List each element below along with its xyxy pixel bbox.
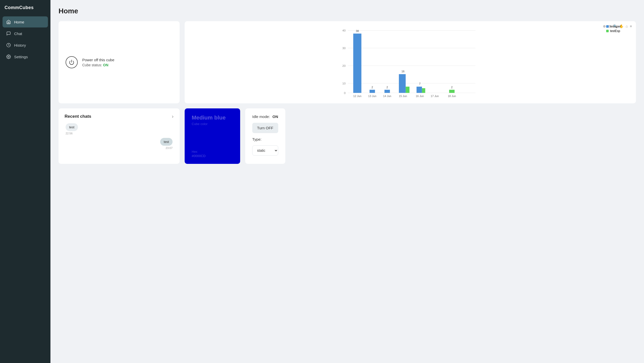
color-info-top: Medium blue Cube color — [192, 114, 233, 126]
svg-rect-26 — [416, 87, 422, 93]
legend-dot-testesp — [606, 30, 609, 32]
idle-mode-label: Idle mode: — [252, 114, 270, 119]
home-icon — [6, 19, 11, 24]
brand-logo: CommCubes — [0, 0, 50, 16]
chat-message-right: test 23:07 — [66, 138, 173, 149]
bar-chart: 40 30 20 10 0 38 12 Jun — [190, 28, 631, 98]
legend-dot-testuser — [606, 25, 609, 28]
chat-time-left: 22:56 — [66, 132, 73, 135]
svg-text:30: 30 — [342, 46, 346, 50]
chat-icon — [6, 31, 11, 36]
legend-label-testesp: testEsp — [610, 29, 620, 33]
color-hex-label: Hex: — [192, 150, 233, 154]
color-hex-value: #0000CD — [192, 154, 233, 158]
zoom-in-icon[interactable]: ⊕ — [603, 24, 606, 28]
svg-rect-22 — [399, 74, 406, 93]
svg-rect-31 — [449, 90, 455, 93]
power-status: Cube status: ON — [82, 63, 114, 67]
power-card: Power off this cube Cube status: ON — [59, 21, 180, 103]
color-name: Medium blue — [192, 114, 233, 121]
svg-rect-13 — [353, 34, 361, 93]
chats-arrow-icon[interactable]: › — [172, 113, 174, 119]
idle-mode-row: Idle mode: ON — [252, 114, 278, 119]
sidebar-nav: Home Chat History — [0, 16, 50, 62]
svg-text:0: 0 — [344, 91, 346, 95]
top-row: Power off this cube Cube status: ON ⊕ ⊖ … — [59, 21, 636, 103]
type-label: Type: — [252, 137, 278, 141]
menu-icon[interactable]: ≡ — [630, 24, 632, 28]
color-sublabel: Cube color — [192, 122, 233, 126]
chart-legend: testuser testEsp — [606, 25, 621, 33]
chart-card: ⊕ ⊖ 🔍 ✋ ⌂ ≡ testuser testEsp — [185, 21, 636, 103]
svg-text:16: 16 — [401, 70, 404, 73]
chats-card: Recent chats › test 22:56 test 23:07 — [59, 108, 180, 164]
power-icon[interactable] — [66, 56, 78, 68]
chat-bubble-left: test — [66, 123, 78, 131]
legend-testuser: testuser — [606, 25, 621, 28]
svg-rect-27 — [422, 88, 425, 93]
sidebar-item-history[interactable]: History — [3, 40, 48, 51]
svg-point-1 — [8, 56, 9, 57]
svg-rect-23 — [406, 87, 409, 93]
sidebar-item-home-label: Home — [14, 20, 24, 24]
history-icon — [6, 43, 11, 48]
page-title: Home — [59, 7, 636, 15]
cube-status-value: ON — [103, 63, 108, 67]
svg-text:17 Jun: 17 Jun — [431, 95, 439, 98]
svg-text:40: 40 — [342, 29, 346, 32]
main-content: Home Power off this cube Cube status: ON… — [50, 0, 644, 363]
idle-section: Idle mode: ON Turn OFF Type: static puls… — [245, 108, 285, 164]
home-reset-icon[interactable]: ⌂ — [626, 24, 628, 28]
svg-text:2: 2 — [386, 86, 388, 89]
svg-rect-19 — [384, 90, 390, 93]
chat-message-left: test 22:56 — [66, 123, 173, 135]
sidebar-item-home[interactable]: Home — [3, 16, 48, 27]
color-and-idle: Medium blue Cube color Hex: #0000CD Idle… — [185, 108, 636, 164]
svg-text:18 Jun: 18 Jun — [448, 95, 456, 98]
sidebar: CommCubes Home Chat — [0, 0, 50, 363]
settings-icon — [6, 54, 11, 59]
svg-text:2: 2 — [372, 86, 373, 89]
color-hex-section: Hex: #0000CD — [192, 150, 233, 158]
turn-off-button[interactable]: Turn OFF — [252, 123, 278, 133]
svg-text:15 Jun: 15 Jun — [399, 95, 407, 98]
chat-time-right: 23:07 — [165, 146, 173, 149]
legend-testesp: testEsp — [606, 29, 621, 33]
bottom-row: Recent chats › test 22:56 test 23:07 Med… — [59, 108, 636, 164]
svg-text:16 Jun: 16 Jun — [416, 95, 424, 98]
power-label: Power off this cube — [82, 58, 114, 62]
svg-text:14 Jun: 14 Jun — [383, 95, 391, 98]
svg-rect-16 — [370, 90, 375, 93]
svg-text:38: 38 — [356, 29, 359, 33]
idle-mode-status: ON — [272, 114, 278, 119]
chart-area: 40 30 20 10 0 38 12 Jun — [190, 25, 631, 99]
sidebar-item-settings-label: Settings — [14, 55, 28, 59]
svg-text:20: 20 — [342, 64, 346, 68]
sidebar-item-chat[interactable]: Chat — [3, 28, 48, 39]
svg-text:12 Jun: 12 Jun — [353, 95, 361, 98]
chat-bubble-right: test — [160, 138, 173, 146]
power-text: Power off this cube Cube status: ON — [82, 58, 114, 67]
chats-title: Recent chats — [65, 114, 91, 119]
svg-text:13 Jun: 13 Jun — [368, 95, 376, 98]
sidebar-item-history-label: History — [14, 43, 26, 47]
svg-text:7: 7 — [419, 82, 421, 85]
sidebar-item-settings[interactable]: Settings — [3, 51, 48, 62]
chat-messages: test 22:56 test 23:07 — [65, 123, 174, 149]
svg-text:10: 10 — [342, 82, 346, 85]
sidebar-item-chat-label: Chat — [14, 32, 22, 36]
svg-text:2: 2 — [451, 86, 453, 89]
legend-label-testuser: testuser — [610, 25, 621, 28]
chats-header: Recent chats › — [65, 113, 174, 119]
color-card: Medium blue Cube color Hex: #0000CD — [185, 108, 240, 164]
type-select[interactable]: static pulse rainbow — [252, 145, 278, 156]
